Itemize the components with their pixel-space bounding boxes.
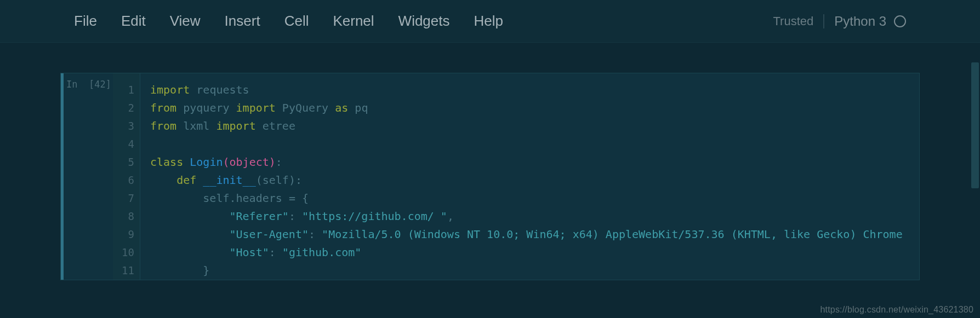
token-string: "Referer" — [230, 210, 289, 223]
token-keyword: import — [150, 83, 190, 96]
token-brace: } — [203, 264, 209, 277]
menu-insert[interactable]: Insert — [225, 13, 260, 30]
token-attr: self.headers — [203, 192, 289, 205]
menu-bar: File Edit View Insert Cell Kernel Widget… — [0, 0, 980, 43]
line-number: 6 — [113, 171, 140, 189]
token-keyword: def — [176, 174, 196, 187]
token-builtin: object — [230, 155, 269, 169]
token-keyword: as — [335, 101, 348, 114]
token-string: "User-Agent" — [230, 228, 309, 241]
token-module: requests — [196, 83, 249, 96]
kernel-name[interactable]: Python 3 — [834, 14, 886, 29]
token-paren: ) — [289, 174, 295, 187]
token-punct: : — [295, 174, 302, 187]
token-string: "https://github.com/ " — [302, 210, 447, 223]
token-classname: Login — [190, 155, 223, 169]
menu-items: File Edit View Insert Cell Kernel Widget… — [74, 13, 503, 30]
code-editor[interactable]: import requests from pyquery import PyQu… — [140, 73, 919, 280]
line-number: 10 — [113, 244, 140, 262]
scrollbar-thumb[interactable] — [971, 62, 979, 188]
line-number: 4 — [113, 135, 140, 153]
kernel-indicator-icon[interactable] — [894, 15, 906, 27]
token-paren: ( — [256, 174, 263, 187]
vertical-scrollbar[interactable] — [970, 43, 980, 318]
token-class: PyQuery — [282, 101, 328, 114]
line-number: 3 — [113, 117, 140, 135]
token-string: "github.com" — [282, 246, 362, 259]
token-function: __init__ — [203, 174, 255, 187]
token-brace: { — [295, 192, 309, 205]
token-alias: pq — [355, 101, 368, 114]
token-keyword: class — [150, 155, 183, 169]
token-keyword: from — [150, 101, 176, 114]
token-name: etree — [263, 119, 295, 132]
token-module: pyquery — [183, 101, 229, 114]
token-op: = — [289, 192, 295, 205]
menu-widgets[interactable]: Widgets — [398, 13, 450, 30]
token-module: lxml — [183, 119, 209, 132]
input-prompt: In [42]: — [61, 73, 113, 280]
token-paren: ) — [269, 155, 276, 169]
token-string: "Host" — [230, 246, 269, 259]
line-number: 7 — [113, 189, 140, 207]
line-number: 8 — [113, 207, 140, 226]
token-punct: , — [447, 210, 454, 223]
kernel-status: Trusted Python 3 — [773, 14, 906, 29]
notebook-area: In [42]: 1 2 3 4 5 6 7 8 9 10 11 import … — [0, 43, 980, 280]
code-cell[interactable]: In [42]: 1 2 3 4 5 6 7 8 9 10 11 import … — [60, 73, 920, 280]
token-string: "Mozilla/5.0 (Windows NT 10.0; Win64; x6… — [322, 228, 903, 241]
menu-edit[interactable]: Edit — [121, 13, 146, 30]
line-number: 9 — [113, 226, 140, 244]
menu-view[interactable]: View — [170, 13, 201, 30]
line-number: 11 — [113, 262, 140, 280]
line-number: 1 — [113, 81, 140, 99]
menu-kernel[interactable]: Kernel — [333, 13, 374, 30]
token-keyword: import — [236, 101, 276, 114]
watermark-text: https://blog.csdn.net/weixin_43621380 — [820, 305, 973, 315]
trusted-label[interactable]: Trusted — [773, 14, 824, 28]
line-number-gutter: 1 2 3 4 5 6 7 8 9 10 11 — [113, 73, 140, 280]
token-arg: self — [263, 174, 289, 187]
menu-file[interactable]: File — [74, 13, 97, 30]
token-paren: ( — [223, 155, 229, 169]
token-keyword: import — [216, 119, 255, 132]
token-punct: : — [289, 210, 302, 223]
token-punct: : — [276, 155, 282, 169]
line-number: 5 — [113, 153, 140, 171]
token-punct: : — [269, 246, 282, 259]
token-punct: : — [309, 228, 322, 241]
token-keyword: from — [150, 119, 176, 132]
menu-help[interactable]: Help — [474, 13, 503, 30]
menu-cell[interactable]: Cell — [284, 13, 309, 30]
line-number: 2 — [113, 99, 140, 117]
